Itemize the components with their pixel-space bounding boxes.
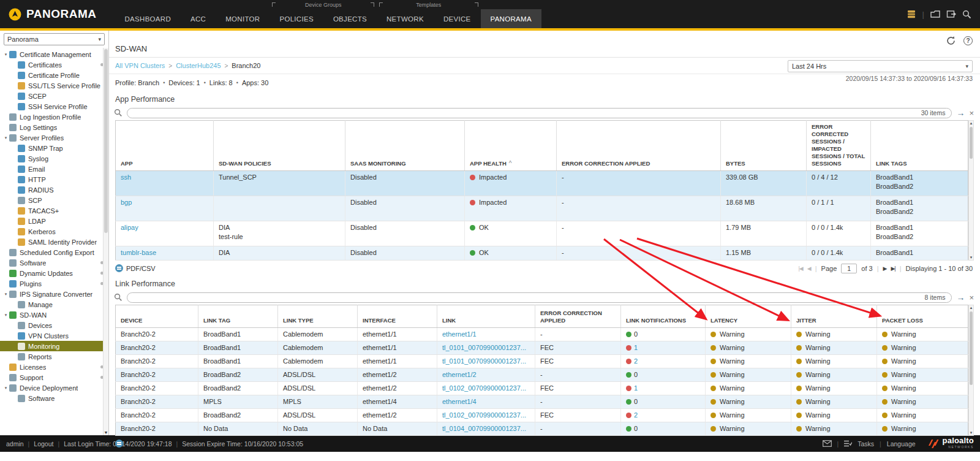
nav-item-acc[interactable]: ACC — [181, 9, 216, 28]
sidebar-item-scep[interactable]: SCEP — [0, 91, 108, 101]
notification-count[interactable]: 1 — [634, 384, 638, 392]
sidebar-item-sd-wan[interactable]: ▾SD-WAN — [0, 310, 108, 320]
column-header-error-correction-applied[interactable]: ERROR CORRECTION APPLIED — [535, 305, 621, 328]
save-config-icon[interactable] — [930, 10, 940, 18]
sidebar-item-scp[interactable]: SCP — [0, 195, 108, 205]
sidebar-item-software[interactable]: Software — [0, 257, 108, 268]
sidebar-scrollbar[interactable]: ▼ — [103, 48, 108, 435]
sidebar-item-ssh-service-profile[interactable]: SSH Service Profile — [0, 101, 108, 112]
expander-icon[interactable]: ▾ — [2, 386, 9, 391]
column-header-link-tag[interactable]: LINK TAG — [198, 305, 278, 328]
link-link[interactable]: tl_0101_00709900001237... — [442, 357, 526, 365]
column-header-app-health[interactable]: APP HEALTH^ — [465, 121, 557, 171]
apply-filter-icon[interactable]: → — [956, 109, 965, 117]
commit-status-icon[interactable] — [907, 10, 916, 18]
sidebar-item-tacacs[interactable]: TACACS+ — [0, 205, 108, 216]
sidebar-item-ldap[interactable]: LDAP — [0, 216, 108, 226]
sidebar-item-server-profiles[interactable]: ▾Server Profiles — [0, 132, 108, 143]
table-row[interactable]: Branch20-2BroadBand2ADSL/DSLethernet1/2t… — [116, 409, 968, 422]
column-header-app[interactable]: APP — [116, 121, 214, 171]
sidebar-item-scheduled-config-export[interactable]: Scheduled Config Export — [0, 247, 108, 257]
column-header-error-corrected-sessions-impacted-sessions-total-sessions[interactable]: ERROR CORRECTED SESSIONS / IMPACTED SESS… — [807, 121, 871, 171]
sidebar-item-ssl-tls-service-profile[interactable]: SSL/TLS Service Profile — [0, 80, 108, 91]
table-row[interactable]: tumblr-baseDIADisabledOK-1.15 MB0 / 0 / … — [116, 246, 968, 261]
sidebar-item-radius[interactable]: RADIUS — [0, 185, 108, 195]
notification-count[interactable]: 2 — [634, 411, 638, 419]
app-pdf-csv-button[interactable]: PDF/CSV — [115, 264, 156, 272]
scroll-up-icon[interactable]: ▲ — [969, 306, 973, 310]
export-config-icon[interactable] — [946, 10, 956, 18]
column-header-link[interactable]: LINK — [437, 305, 535, 328]
column-header-sd-wan-policies[interactable]: SD-WAN POLICIES — [214, 121, 345, 171]
column-header-jitter[interactable]: JITTER — [791, 305, 877, 328]
link-filter-input[interactable] — [134, 294, 925, 301]
sidebar-item-ips-signature-converter[interactable]: ▾IPS Signature Converter — [0, 289, 108, 299]
expander-icon[interactable]: ▾ — [2, 313, 9, 318]
sidebar-item-certificate-management[interactable]: ▾Certificate Management — [0, 49, 108, 59]
column-header-link-tags[interactable]: LINK TAGS — [871, 121, 968, 171]
help-icon[interactable]: ? — [963, 36, 973, 45]
time-range-select[interactable]: Last 24 Hrs ▾ — [788, 60, 973, 72]
column-header-bytes[interactable]: BYTES — [721, 121, 807, 171]
sidebar-item-log-settings[interactable]: Log Settings — [0, 122, 108, 132]
table-row[interactable]: Branch20-2BroadBand2ADSL/DSLethernet1/2e… — [116, 368, 968, 382]
table-row[interactable]: sshTunnel_SCPDisabledImpacted-339.08 GB0… — [116, 171, 968, 196]
link-link[interactable]: tl_0101_00709900001237... — [442, 344, 526, 351]
notification-count[interactable]: 2 — [634, 357, 638, 365]
link-link[interactable]: tl_0102_00709900001237... — [442, 384, 526, 392]
app-link[interactable]: bgp — [121, 199, 132, 206]
sidebar-item-plugins[interactable]: Plugins — [0, 278, 108, 289]
table-row[interactable]: Branch20-2BroadBand1Cablemodemethernet1/… — [116, 355, 968, 368]
nav-item-objects[interactable]: OBJECTS — [323, 9, 377, 28]
next-page-button[interactable]: ▶ — [883, 265, 887, 272]
column-header-device[interactable]: DEVICE — [116, 305, 198, 328]
scroll-up-icon[interactable]: ▲ — [969, 121, 973, 125]
sidebar-item-snmp-trap[interactable]: SNMP Trap — [0, 143, 108, 153]
sidebar-item-monitoring[interactable]: Monitoring — [0, 341, 108, 351]
link-link[interactable]: tl_0102_00709900001237... — [442, 411, 526, 419]
scroll-down-icon[interactable]: ▼ — [969, 256, 973, 259]
sidebar-item-http[interactable]: HTTP — [0, 174, 108, 185]
sidebar-item-log-ingestion-profile[interactable]: Log Ingestion Profile — [0, 112, 108, 122]
tasks-link[interactable]: Tasks — [858, 440, 874, 448]
sidebar-item-email[interactable]: Email — [0, 164, 108, 174]
language-link[interactable]: Language — [887, 440, 916, 448]
scroll-down-icon[interactable]: ▼ — [104, 430, 108, 435]
table-row[interactable]: Branch20-2MPLSMPLSethernet1/4ethernet1/4… — [116, 395, 968, 409]
app-filter-input[interactable] — [134, 109, 921, 116]
link-table-scrollbar[interactable]: ▲ ▼ — [968, 305, 974, 436]
breadcrumb-all-vpn-clusters[interactable]: All VPN Clusters — [115, 62, 165, 69]
sidebar-item-kerberos[interactable]: Kerberos — [0, 226, 108, 237]
app-link[interactable]: alipay — [121, 224, 138, 231]
expander-icon[interactable]: ▾ — [2, 135, 9, 140]
nav-item-monitor[interactable]: MONITOR — [216, 9, 270, 28]
scroll-down-icon[interactable]: ▼ — [969, 431, 973, 435]
tasks-icon[interactable] — [844, 440, 852, 447]
expander-icon[interactable]: ▾ — [2, 292, 9, 297]
sidebar-item-saml-identity-provider[interactable]: SAML Identity Provider — [0, 237, 108, 247]
logout-link[interactable]: Logout — [34, 440, 53, 448]
nav-item-device[interactable]: DEVICE — [434, 9, 481, 28]
breadcrumb-clusterhub245[interactable]: ClusterHub245 — [176, 62, 221, 69]
messages-icon[interactable] — [823, 440, 832, 447]
column-header-link-type[interactable]: LINK TYPE — [278, 305, 358, 328]
table-row[interactable]: Branch20-2BroadBand1Cablemodemethernet1/… — [116, 328, 968, 341]
column-header-latency[interactable]: LATENCY — [706, 305, 791, 328]
nav-item-panorama[interactable]: PANORAMA — [481, 9, 541, 28]
nav-item-policies[interactable]: POLICIES — [270, 9, 323, 28]
link-link[interactable]: ethernet1/4 — [442, 398, 477, 405]
sidebar-item-syslog[interactable]: Syslog — [0, 153, 108, 164]
context-selector[interactable]: Panorama ▾ — [4, 33, 105, 45]
column-header-saas-monitoring[interactable]: SAAS MONITORING — [345, 121, 465, 171]
search-icon[interactable] — [962, 10, 971, 19]
last-page-button[interactable]: ▶| — [891, 265, 895, 272]
sidebar-item-certificate-profile[interactable]: Certificate Profile — [0, 70, 108, 80]
app-link[interactable]: ssh — [121, 173, 131, 181]
column-header-interface[interactable]: INTERFACE — [358, 305, 437, 328]
scrollbar-thumb[interactable] — [970, 127, 973, 159]
table-row[interactable]: bgpDisabledImpacted-18.68 MB0 / 1 / 1Bro… — [116, 196, 968, 221]
sidebar-item-licenses[interactable]: Licenses — [0, 362, 108, 372]
first-page-button[interactable]: |◀ — [799, 265, 803, 272]
column-header-error-correction-applied[interactable]: ERROR CORRECTION APPLIED — [557, 121, 721, 171]
sidebar-item-devices[interactable]: Devices — [0, 320, 108, 330]
